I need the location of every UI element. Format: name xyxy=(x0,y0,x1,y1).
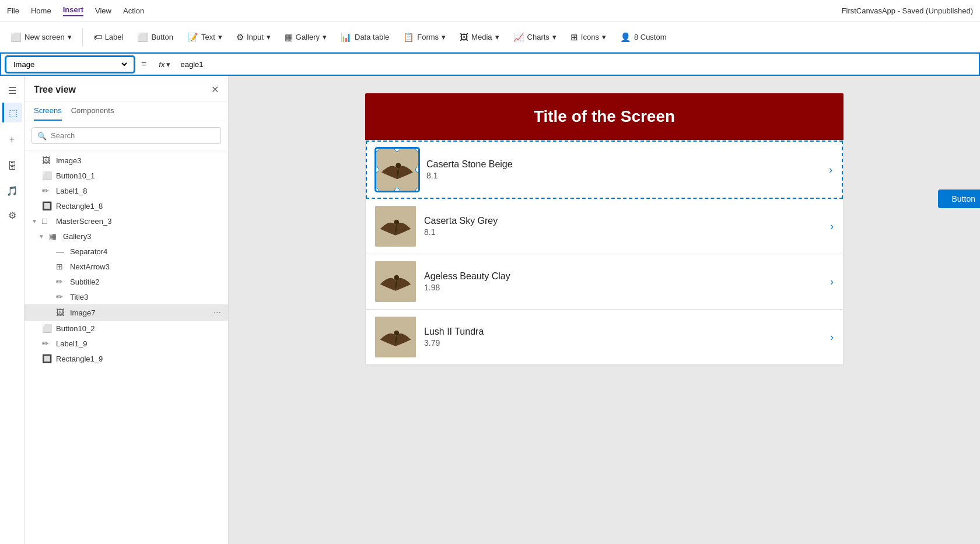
gallery-img-1 xyxy=(376,149,418,191)
datatable-icon: 📊 xyxy=(341,32,352,43)
item-chevron-2[interactable]: › xyxy=(830,220,834,233)
button-button[interactable]: ⬜ Button xyxy=(131,29,179,45)
sidebar-menu-icon[interactable]: ☰ xyxy=(2,80,22,100)
menu-home[interactable]: Home xyxy=(31,6,51,15)
gallery-img-2 xyxy=(375,206,416,247)
tree-item-rectangle1_8[interactable]: 🔲 Rectangle1_8 xyxy=(24,198,228,213)
handle-br[interactable] xyxy=(415,188,418,191)
text-icon: 📝 xyxy=(187,32,198,43)
input-button[interactable]: ⚙ Input ▾ xyxy=(230,29,276,45)
tree-item-button10_2[interactable]: ⬜ Button10_2 xyxy=(24,321,228,336)
search-input[interactable] xyxy=(32,127,221,144)
tree-close-button[interactable]: ✕ xyxy=(211,84,219,95)
handle-mr[interactable] xyxy=(415,167,418,173)
tree-item-image7[interactable]: 🖼 Image7 ··· xyxy=(24,304,228,321)
formula-bar: Image = fx ▾ xyxy=(0,52,980,76)
tree-item-button10_1[interactable]: ⬜ Button10_1 xyxy=(24,168,228,183)
input-chevron: ▾ xyxy=(267,33,271,41)
gallery: Caserta Stone Beige 8.1 › xyxy=(365,140,844,366)
tree-item-label1_8[interactable]: ✏ Label1_8 xyxy=(24,183,228,198)
handle-bc[interactable] xyxy=(394,188,400,191)
forms-button[interactable]: 📋 Forms ▾ xyxy=(397,29,452,45)
tree-item-more-button[interactable]: ··· xyxy=(214,307,221,318)
media-button[interactable]: 🖼 Media ▾ xyxy=(454,29,505,45)
item-chevron-4[interactable]: › xyxy=(830,331,834,343)
gallery-item-4[interactable]: Lush II Tundra 3.79 › xyxy=(366,310,843,365)
eagle-svg-4 xyxy=(375,317,416,357)
item-chevron-3[interactable]: › xyxy=(830,276,834,288)
item-name-1: Caserta Stone Beige xyxy=(426,159,821,170)
eagle-svg-2 xyxy=(375,206,416,247)
rectangle-icon: 🔲 xyxy=(42,201,52,210)
label-icon: ✏ xyxy=(42,186,52,195)
formula-name-select[interactable]: Image xyxy=(11,59,129,69)
toolbar-sep-1 xyxy=(82,29,83,46)
custom-icon: 👤 xyxy=(620,32,631,43)
item-chevron-1[interactable]: › xyxy=(829,164,832,176)
menu-action[interactable]: Action xyxy=(123,6,144,15)
datatable-button[interactable]: 📊 Data table xyxy=(335,29,395,45)
tree-item-subtitle2[interactable]: ✏ Subtitle2 xyxy=(24,274,228,289)
equals-sign: = xyxy=(139,59,149,69)
text-button[interactable]: 📝 Text ▾ xyxy=(181,29,228,45)
new-screen-button[interactable]: ⬜ New screen ▾ xyxy=(5,29,78,45)
menu-insert[interactable]: Insert xyxy=(63,5,83,16)
tree-item-masterscreen3[interactable]: ▼ □ MasterScreen_3 xyxy=(24,213,228,229)
fx-chevron: ▾ xyxy=(166,60,170,69)
menu-file[interactable]: File xyxy=(7,6,19,15)
tree-item-label1_9[interactable]: ✏ Label1_9 xyxy=(24,336,228,351)
tree-item-gallery3[interactable]: ▼ ▦ Gallery3 xyxy=(24,229,228,244)
sidebar-components-icon[interactable]: ⚙ xyxy=(2,205,22,225)
label-button[interactable]: 🏷 Label xyxy=(88,29,130,45)
input-icon: ⚙ xyxy=(236,32,244,43)
screen-icon: □ xyxy=(42,216,52,226)
tree-item-title3[interactable]: ✏ Title3 xyxy=(24,289,228,304)
fx-button[interactable]: fx ▾ xyxy=(153,58,176,71)
button-icon: ⬜ xyxy=(42,171,52,180)
sidebar-add-icon[interactable]: + xyxy=(2,129,22,149)
tree-item-label: Button10_2 xyxy=(56,324,95,333)
formula-name-box[interactable]: Image xyxy=(6,57,134,72)
button-btn-text: Button xyxy=(151,33,173,41)
gallery-img-3 xyxy=(375,261,416,302)
canvas-button[interactable]: Button xyxy=(938,189,980,208)
forms-chevron: ▾ xyxy=(442,33,446,41)
formula-input[interactable] xyxy=(180,60,974,69)
sidebar-media-icon[interactable]: 🎵 xyxy=(2,181,22,201)
toolbar: ⬜ New screen ▾ 🏷 Label ⬜ Button 📝 Text ▾… xyxy=(0,22,980,52)
search-icon: 🔍 xyxy=(37,131,47,140)
icons-button[interactable]: ⊞ Icons ▾ xyxy=(565,29,612,45)
eagle-svg-3 xyxy=(375,261,416,302)
tab-screens[interactable]: Screens xyxy=(34,106,62,121)
menu-view[interactable]: View xyxy=(95,6,111,15)
sidebar-data-icon[interactable]: 🗄 xyxy=(2,156,22,176)
search-wrapper: 🔍 xyxy=(32,127,221,144)
tree-panel: Tree view ✕ Screens Components 🔍 🖼 Image… xyxy=(24,76,229,544)
charts-button[interactable]: 📈 Charts ▾ xyxy=(508,29,562,45)
icons-icon: ⊞ xyxy=(570,32,578,43)
gallery-item-2[interactable]: Caserta Sky Grey 8.1 › xyxy=(366,199,843,254)
tree-item-separator4[interactable]: — Separator4 xyxy=(24,244,228,259)
gallery-item-3[interactable]: Ageless Beauty Clay 1.98 › xyxy=(366,254,843,310)
button2-icon: ⬜ xyxy=(42,324,52,333)
rectangle2-icon: 🔲 xyxy=(42,354,52,363)
tree-item-image3[interactable]: 🖼 Image3 xyxy=(24,153,228,168)
svg-point-11 xyxy=(394,331,399,336)
tree-item-label: Label1_9 xyxy=(56,339,88,348)
tree-tabs: Screens Components xyxy=(24,101,228,121)
gallery-button[interactable]: ▦ Gallery ▾ xyxy=(279,29,332,45)
icons-btn-text: Icons xyxy=(581,33,599,41)
item-value-4: 3.79 xyxy=(424,338,822,348)
tree-item-nextarrow3[interactable]: ⊞ NextArrow3 xyxy=(24,259,228,274)
tree-item-label: Label1_8 xyxy=(56,187,88,195)
custom-button[interactable]: 👤 8 Custom xyxy=(614,29,673,45)
tab-components[interactable]: Components xyxy=(71,106,114,121)
svg-point-8 xyxy=(394,275,399,280)
tree-item-rectangle1_9[interactable]: 🔲 Rectangle1_9 xyxy=(24,351,228,366)
sidebar-layers-icon[interactable]: ⬚ xyxy=(2,103,22,122)
subtitle-icon: ✏ xyxy=(56,277,66,286)
item-info-3: Ageless Beauty Clay 1.98 xyxy=(424,271,822,292)
label2-icon: ✏ xyxy=(42,339,52,348)
separator-icon: — xyxy=(56,247,66,256)
gallery-item-1[interactable]: Caserta Stone Beige 8.1 › xyxy=(366,141,843,199)
